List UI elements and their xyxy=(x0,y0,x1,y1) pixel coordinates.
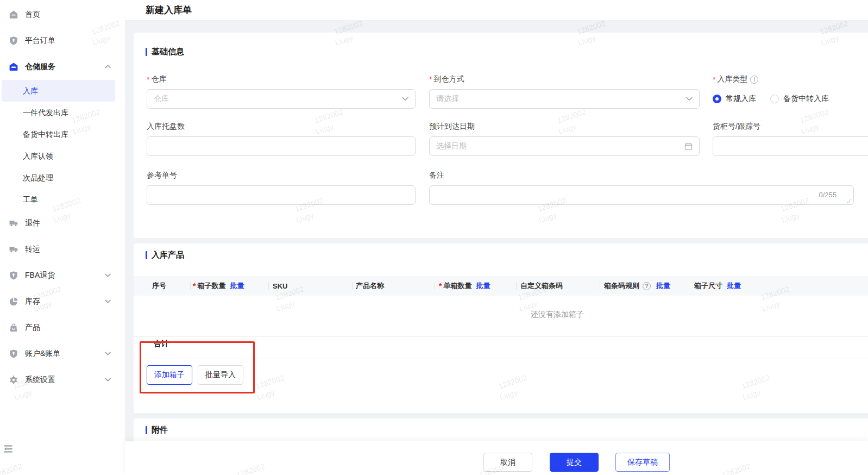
column-divider xyxy=(190,282,191,290)
pallet-count-input[interactable] xyxy=(147,136,416,156)
column-divider xyxy=(352,282,353,290)
column-header-product-name: 产品名称 xyxy=(356,276,384,296)
remark-textarea[interactable] xyxy=(429,185,854,205)
chevron-down-icon xyxy=(402,97,408,101)
radio-regular-inbound[interactable]: 常规入库 xyxy=(713,94,756,104)
sidebar-item-warehouse-services[interactable]: 仓储服务 xyxy=(0,54,125,80)
chevron-down-icon xyxy=(105,299,111,303)
sidebar-item-label: 平台订单 xyxy=(25,36,55,46)
section-title-basic-info: 基础信息 xyxy=(146,47,184,57)
radio-label: 常规入库 xyxy=(726,94,756,104)
arrival-method-select[interactable]: 请选择 xyxy=(429,89,700,109)
warehouse-select[interactable]: 仓库 xyxy=(147,89,416,109)
chevron-down-icon xyxy=(105,378,111,382)
radio-dot xyxy=(713,95,721,103)
sidebar-item-home[interactable]: 首页 xyxy=(0,2,125,28)
section-accent-bar xyxy=(146,426,147,434)
sidebar-item-stock-transfer-outbound[interactable]: 备货中转出库 xyxy=(0,123,125,145)
column-divider xyxy=(435,282,435,290)
sidebar-item-account-billing[interactable]: 账户&账单 xyxy=(0,341,125,367)
container-number-label: 货柜号/跟踪号 xyxy=(713,121,868,132)
total-row-divider xyxy=(134,359,868,359)
sidebar-item-transshipment[interactable]: 转运 xyxy=(0,236,125,262)
shield-icon xyxy=(9,349,18,359)
products-table-header: 序号 *箱子数量 批量 SKU 产品名称 *单箱数量 批量 自定义箱条码 箱条码… xyxy=(134,276,868,296)
sidebar-item-dropship-outbound[interactable]: 一件代发出库 xyxy=(0,102,125,123)
eta-date-picker[interactable]: 选择日期 xyxy=(429,136,700,156)
batch-import-button[interactable]: 批量导入 xyxy=(198,365,243,385)
sidebar-item-inbound-claim[interactable]: 入库认领 xyxy=(0,145,125,167)
add-box-button[interactable]: 添加箱子 xyxy=(147,365,192,385)
sidebar-item-label: 工单 xyxy=(23,195,38,204)
truck-icon xyxy=(9,218,18,228)
inbound-type-label: *入库类型 i xyxy=(713,74,868,85)
required-asterisk: * xyxy=(193,282,196,290)
sidebar-item-returns[interactable]: 退件 xyxy=(0,210,125,236)
save-draft-button[interactable]: 保存草稿 xyxy=(615,453,670,472)
sidebar-item-label: 入库认领 xyxy=(23,152,53,160)
sidebar-item-work-order[interactable]: 工单 xyxy=(0,189,125,210)
submit-button[interactable]: 提交 xyxy=(550,453,599,472)
column-header-index: 序号 xyxy=(152,276,166,296)
batch-link[interactable]: 批量 xyxy=(476,281,490,291)
container-number-field: 货柜号/跟踪号 xyxy=(713,121,868,156)
column-header-custom-barcode: 自定义箱条码 xyxy=(520,276,563,296)
sidebar-item-label: FBA退货 xyxy=(25,271,55,280)
reference-number-field: 参考单号 xyxy=(147,170,416,205)
warehouse-select-placeholder: 仓库 xyxy=(154,94,169,104)
sidebar-item-inventory[interactable]: 库存 xyxy=(0,289,125,315)
batch-link[interactable]: 批量 xyxy=(656,281,670,291)
sidebar-item-inbound[interactable]: 入库 xyxy=(2,80,115,102)
gear-icon xyxy=(9,375,18,385)
empty-state-text: 还没有添加箱子 xyxy=(492,310,622,320)
sidebar-item-platform-orders[interactable]: 平台订单 xyxy=(0,28,125,54)
arrival-method-label: *到仓方式 xyxy=(429,74,700,85)
page-header: 新建入库单 xyxy=(125,0,868,21)
section-accent-bar xyxy=(146,251,147,259)
column-header-barcode-rule: 箱条码规则 ? 批量 xyxy=(604,276,670,296)
reference-number-input[interactable] xyxy=(147,185,416,205)
eta-date-label: 预计到达日期 xyxy=(429,121,700,132)
required-asterisk: * xyxy=(713,75,715,84)
batch-link[interactable]: 批量 xyxy=(230,281,244,291)
sidebar-collapse-button[interactable] xyxy=(2,443,16,455)
menu-fold-icon xyxy=(3,444,15,454)
arrival-method-field: *到仓方式 请选择 xyxy=(429,74,700,109)
shield-icon xyxy=(9,271,18,280)
cancel-button[interactable]: 取消 xyxy=(483,453,532,472)
section-title-text: 入库产品 xyxy=(152,250,184,260)
chevron-down-icon xyxy=(105,273,111,277)
sidebar-item-defective-handling[interactable]: 次品处理 xyxy=(0,167,125,189)
column-divider xyxy=(268,282,269,290)
section-title-text: 基础信息 xyxy=(152,47,184,57)
resize-handle-icon[interactable] xyxy=(846,199,851,204)
warehouse-field: *仓库 仓库 xyxy=(147,74,416,109)
container-number-input[interactable] xyxy=(713,136,868,156)
radio-stock-transfer-inbound[interactable]: 备货中转入库 xyxy=(770,94,829,104)
sidebar-item-label: 入库 xyxy=(23,86,38,95)
remark-field: 备注 0/255 xyxy=(429,170,854,207)
required-asterisk: * xyxy=(147,75,149,84)
column-header-box-size: 箱子尺寸 批量 xyxy=(694,276,741,296)
calendar-icon xyxy=(684,142,693,151)
radio-label: 备货中转入库 xyxy=(783,94,829,104)
sidebar-item-label: 账户&账单 xyxy=(25,349,60,359)
batch-link[interactable]: 批量 xyxy=(727,281,741,291)
footer-action-bar: 取消 提交 保存草稿 xyxy=(125,441,868,475)
pie-chart-icon xyxy=(9,297,18,307)
section-title-attachments: 附件 xyxy=(146,425,168,435)
sidebar-item-products[interactable]: 产品 xyxy=(0,315,125,341)
sidebar-item-fba-returns[interactable]: FBA退货 xyxy=(0,262,125,289)
sidebar-item-label: 一件代发出库 xyxy=(23,108,68,117)
inbound-type-radio-group: 常规入库 备货中转入库 xyxy=(713,89,868,109)
section-title-text: 附件 xyxy=(152,425,168,435)
home-icon xyxy=(9,10,18,20)
sidebar-item-system-settings[interactable]: 系统设置 xyxy=(0,367,125,393)
pallet-count-label: 入库托盘数 xyxy=(147,121,416,132)
pallet-count-field: 入库托盘数 xyxy=(147,121,416,156)
page-title: 新建入库单 xyxy=(146,0,868,20)
help-icon[interactable]: ? xyxy=(643,282,651,290)
total-label: 合计 xyxy=(154,339,169,349)
info-icon[interactable]: i xyxy=(750,76,758,84)
column-header-units-per-box: *单箱数量 批量 xyxy=(439,276,490,296)
